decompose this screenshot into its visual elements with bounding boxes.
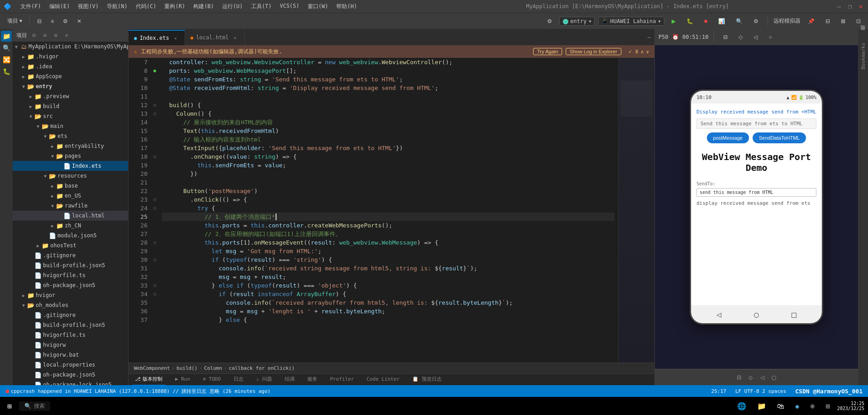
device-toolbar-btn2[interactable]: ◇ [735,33,746,41]
project-selector[interactable]: 项目 ▾ [4,16,26,26]
settings-btn[interactable]: ⚙ [59,17,72,25]
list-item[interactable]: 📄 hvigorw [13,340,128,350]
tab-close-btn[interactable]: ✕ [172,34,179,42]
remote-btn2[interactable]: ⊟ [822,17,834,25]
list-item[interactable]: 📄 local.properties [13,360,128,370]
profile-btn[interactable]: 📊 [715,17,729,25]
device-toolbar-btn3[interactable]: ◁ [750,33,761,41]
list-item[interactable]: ▶ 📁 entryability [13,141,128,151]
panel-sort-btn[interactable]: ≡ [41,31,49,39]
bottom-tab-problems[interactable]: ⚠ 问题 [253,374,275,386]
bottom-tab-version[interactable]: ⎇ 版本控制 [132,374,165,386]
taskbar-dev1[interactable]: ◈ [792,400,803,412]
taskbar-dev3[interactable]: ⊞ [822,400,834,412]
list-item[interactable]: 📄 Index.ets [13,161,128,171]
list-item[interactable]: ▶ 📁 .preview [13,91,128,101]
breadcrumb-part-2[interactable]: build() [176,365,197,371]
search-everywhere-btn[interactable]: 🔍 [732,17,746,25]
device-screenshot-btn[interactable]: ⊟ [737,373,741,382]
show-log-btn[interactable]: Show Log in Explorer [566,48,621,55]
list-item[interactable]: ▶ 📁 base [13,181,128,191]
tab-close-btn2[interactable]: ✕ [232,34,239,41]
menu-refactor[interactable]: 重构(R) [161,2,189,11]
menu-file[interactable]: 文件(F) [17,2,45,11]
explorer-icon[interactable]: 📁 [1,31,12,42]
list-item[interactable]: 📄 hvigorw.bat [13,350,128,360]
device-selector[interactable]: 📱 HUAWEI Lahaina ▾ [598,17,664,26]
search-box[interactable]: 🔍 搜索 [19,401,50,411]
device-toolbar-btn1[interactable]: ⊟ [720,33,731,41]
menu-tools[interactable]: 工具(T) [248,2,276,11]
taskbar-folder[interactable]: 📁 [754,400,770,412]
remote-pin-btn[interactable]: 📌 [804,17,818,25]
maximize-button[interactable]: ❐ [846,3,854,10]
nav-back-btn[interactable]: ◁ [716,310,721,319]
file-tree[interactable]: ▼ 🗂 MyApplication E:\HarmonyOS\MyApplica… [13,42,128,385]
search-icon[interactable]: 🔍 [1,42,12,53]
tab-more-btn[interactable]: ⋯ [644,30,654,45]
menu-run[interactable]: 运行(U) [219,2,247,11]
device-back-btn[interactable]: ◁ [760,373,765,382]
remote-btn3[interactable]: ⊠ [837,17,849,25]
warning-close-icon[interactable]: ✓ [629,48,632,55]
list-item[interactable]: ▼ 📂 ets [13,131,128,141]
list-item[interactable]: 📄 .gitignore [13,310,128,320]
start-button[interactable]: ⊞ [4,400,15,412]
phone-input-field[interactable]: Send this message from ets to HTML [696,118,816,129]
list-item[interactable]: ▶ 📁 build [13,101,128,111]
bottom-tab-preview[interactable]: 📋 预览日志 [410,374,444,386]
list-item[interactable]: 📄 oh-package-lock.json5 [13,380,128,385]
taskbar-browser[interactable]: 🌐 [734,400,750,412]
list-item[interactable]: ▶ 📁 hvigor [13,290,128,300]
build-btn[interactable]: ▶ [668,17,679,25]
menu-window[interactable]: 窗口(W) [304,2,332,11]
bottom-tab-run[interactable]: ▶ Run [172,374,193,386]
list-item[interactable]: 📄 build-profile.json5 [13,260,128,270]
run-config-selector[interactable]: ⬤ entry ▾ [559,17,595,26]
menu-help[interactable]: 帮助(H) [333,2,361,11]
breadcrumb-part-3[interactable]: Column [204,365,222,371]
list-item[interactable]: ▶ 📁 .idea [13,61,128,71]
phone-send-input[interactable]: send this message from HTML [696,188,816,197]
minimize-button[interactable]: — [835,3,843,10]
list-item[interactable]: ▶ 📁 zh_CN [13,221,128,231]
line-col-indicator[interactable]: 25:17 [710,388,728,394]
right-tab-bookmarks[interactable]: Bookmarks [859,39,867,73]
settings-global-btn[interactable]: ⚙ [750,17,762,25]
list-item[interactable]: 📄 .gitignore [13,250,128,260]
list-item[interactable]: 📄 local.html [13,211,128,221]
tab-index-ets[interactable]: ● Index.ets ✕ [129,30,185,45]
try-again-btn[interactable]: Try Again [533,48,562,55]
bottom-tab-debug[interactable]: 结调 [282,374,297,386]
menu-edit[interactable]: 编辑(E) [46,2,74,11]
list-item[interactable]: ▼ 📂 pages [13,151,128,161]
breadcrumb-part-4[interactable]: callback for onClick() [229,365,295,371]
list-item[interactable]: ▼ 📂 entry [13,81,128,91]
taskbar-clock[interactable]: 12:25 2023/12/25 [837,401,864,411]
bottom-tab-services[interactable]: 服务 [305,374,320,386]
bottom-tab-codelint[interactable]: Code Linter [364,374,402,386]
structure-btn[interactable]: ≡ [47,17,57,25]
list-item[interactable]: 📄 hvigorfile.ts [13,270,128,280]
code-content[interactable]: controller: web_webview.WebviewControlle… [158,58,618,363]
menu-code[interactable]: 代码(C) [132,2,160,11]
list-item[interactable]: 📄 oh-package.json5 [13,370,128,380]
taskbar-store[interactable]: 🛍 [773,400,788,412]
right-tab-notifications[interactable]: 通知栏 [859,31,868,38]
list-item[interactable]: 📄 hvigorfile.ts [13,330,128,340]
list-item[interactable]: ▼ 📂 rawfile [13,201,128,211]
menu-vcs[interactable]: VCS(S) [276,2,303,11]
menu-build[interactable]: 构建(B) [190,2,218,11]
close-button[interactable]: ✕ [857,3,864,10]
stop-btn[interactable]: ■ [701,17,711,25]
taskbar-dev2[interactable]: ⊕ [807,400,819,412]
vcs-icon[interactable]: 🔀 [1,54,12,65]
menu-view[interactable]: 视图(V) [74,2,102,11]
list-item[interactable]: ▼ 📂 oh_modules [13,300,128,310]
list-item[interactable]: 📄 module.json5 [13,231,128,241]
list-item[interactable]: ▶ 📁 .hvigor [13,52,128,61]
error-status[interactable]: ⬤ cppcrash happened in HUAWEI LAHAINA (1… [4,388,272,395]
debug-sidebar-icon[interactable]: 🐛 [1,66,12,77]
sync-btn[interactable]: ⊟ [33,17,45,25]
post-message-btn[interactable]: postMessage [707,132,749,143]
